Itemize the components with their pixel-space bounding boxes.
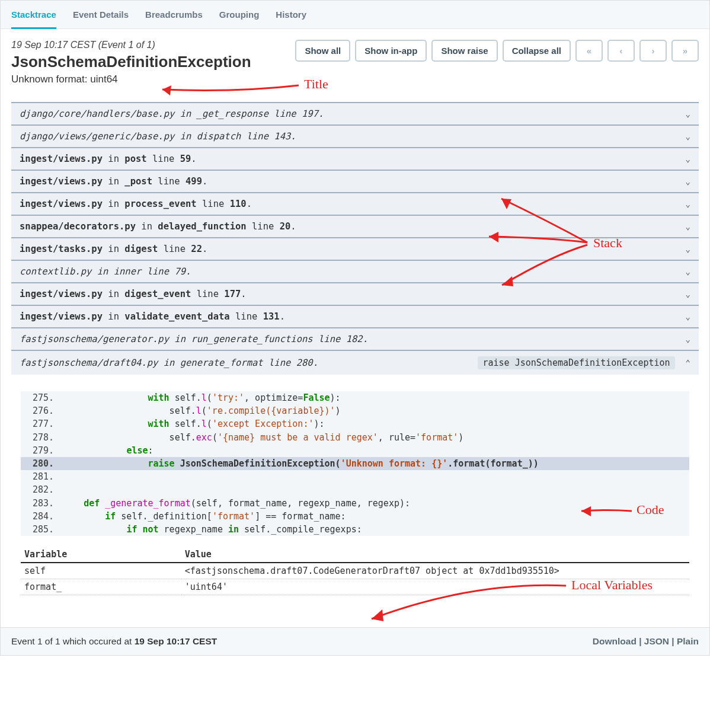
frame-row[interactable]: fastjsonschema/generator.py in run_gener…	[11, 327, 699, 350]
frame-row[interactable]: snappea/decorators.py in delayed_functio…	[11, 215, 699, 237]
show-in-app-button[interactable]: Show in-app	[355, 40, 427, 62]
frame-row[interactable]: fastjsonschema/draft04.py in generate_fo…	[11, 350, 699, 375]
var-row: format_'uint64'	[21, 579, 689, 595]
chevron-down-icon: ⌄	[686, 132, 690, 141]
prev-button[interactable]: ‹	[607, 40, 635, 62]
frame-row[interactable]: ingest/views.py in validate_event_data l…	[11, 305, 699, 327]
code-line: 281.	[21, 470, 689, 483]
chevron-down-icon: ⌄	[686, 199, 690, 209]
chevron-down-icon: ⌄	[686, 267, 690, 276]
frame-row[interactable]: ingest/views.py in process_event line 11…	[11, 192, 699, 215]
chevron-down-icon: ⌄	[686, 289, 690, 299]
footer-event-info: Event 1 of 1 which occured at 19 Sep 10:…	[11, 636, 217, 647]
next-button[interactable]: ›	[639, 40, 667, 62]
tab-grouping[interactable]: Grouping	[219, 1, 260, 28]
chevron-left-icon: ‹	[620, 46, 623, 56]
frame-row[interactable]: django/views/generic/base.py in dispatch…	[11, 124, 699, 147]
show-raise-button[interactable]: Show raise	[431, 40, 497, 62]
chevron-down-icon: ⌄	[686, 312, 690, 321]
code-line: 283. def _generate_format(self, format_n…	[21, 497, 689, 510]
event-meta: 19 Sep 10:17 CEST (Event 1 of 1)	[11, 40, 251, 50]
chevron-down-icon: ⌄	[686, 334, 690, 344]
code-line: 275. with self.l('try:', optimize=False)…	[21, 391, 689, 404]
main-panel: StacktraceEvent DetailsBreadcrumbsGroupi…	[0, 0, 710, 656]
var-header-name: Variable	[21, 547, 181, 563]
filter-buttons: Show all Show in-app Show raise Collapse…	[295, 40, 699, 62]
frame-row[interactable]: django/core/handlers/base.py in _get_res…	[11, 102, 699, 124]
show-all-button[interactable]: Show all	[295, 40, 350, 62]
footer-links[interactable]: Download | JSON | Plain	[593, 636, 699, 647]
local-variables: Variable Value self<fastjsonschema.draft…	[21, 547, 689, 595]
code-line: 282.	[21, 483, 689, 496]
frame-row[interactable]: ingest/views.py in post line 59.⌄	[11, 147, 699, 170]
chevron-down-icon: ⌄	[686, 154, 690, 164]
stacktrace-frames: django/core/handlers/base.py in _get_res…	[11, 102, 699, 375]
code-line: 279. else:	[21, 444, 689, 457]
code-line: 284. if self._definition['format'] == fo…	[21, 510, 689, 523]
var-row: self<fastjsonschema.draft07.CodeGenerato…	[21, 563, 689, 579]
chevron-up-icon: ⌃	[686, 358, 690, 368]
frame-row[interactable]: contextlib.py in inner line 79.⌄	[11, 260, 699, 282]
tab-bar: StacktraceEvent DetailsBreadcrumbsGroupi…	[1, 1, 709, 29]
code-line: 285. if not regexp_name in self._compile…	[21, 523, 689, 536]
tab-breadcrumbs[interactable]: Breadcrumbs	[145, 1, 203, 28]
code-line: 277. with self.l('except Exception:'):	[21, 417, 689, 430]
exception-message: Unknown format: uint64	[11, 74, 251, 85]
code-line: 278. self.exc('{name} must be a valid re…	[21, 431, 689, 444]
double-chevron-right-icon: »	[683, 46, 687, 56]
code-line: 276. self.l('re.compile({variable})')	[21, 404, 689, 417]
chevron-down-icon: ⌄	[686, 244, 690, 254]
frame-row[interactable]: ingest/views.py in digest_event line 177…	[11, 282, 699, 305]
frame-row[interactable]: ingest/tasks.py in digest line 22.⌄	[11, 237, 699, 260]
code-line: 280. raise JsonSchemaDefinitionException…	[21, 457, 689, 470]
tab-history[interactable]: History	[276, 1, 306, 28]
tab-stacktrace[interactable]: Stacktrace	[11, 1, 56, 28]
double-chevron-left-icon: «	[587, 46, 591, 56]
chevron-down-icon: ⌄	[686, 109, 690, 119]
first-button[interactable]: «	[575, 40, 603, 62]
last-button[interactable]: »	[671, 40, 699, 62]
chevron-down-icon: ⌄	[686, 222, 690, 231]
var-header-value: Value	[181, 547, 689, 563]
exception-title: JsonSchemaDefinitionException	[11, 53, 251, 71]
frame-row[interactable]: ingest/views.py in _post line 499.⌄	[11, 170, 699, 192]
collapse-all-button[interactable]: Collapse all	[503, 40, 571, 62]
tab-event-details[interactable]: Event Details	[73, 1, 129, 28]
chevron-down-icon: ⌄	[686, 177, 690, 186]
raise-badge: raise JsonSchemaDefinitionException	[478, 356, 674, 369]
chevron-right-icon: ›	[652, 46, 655, 56]
code-context: 275. with self.l('try:', optimize=False)…	[21, 391, 689, 536]
